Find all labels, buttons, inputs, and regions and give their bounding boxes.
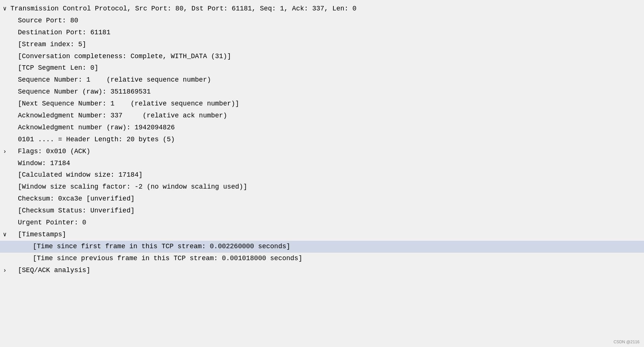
time-since-first-text: [Time since first frame in this TCP stre… xyxy=(33,242,290,252)
field-row-flags[interactable]: ›Flags: 0x010 (ACK) xyxy=(0,146,644,158)
conv-completeness-text: [Conversation completeness: Complete, WI… xyxy=(18,51,231,62)
ack-number-raw-text: Acknowledgment number (raw): 1942094826 xyxy=(18,123,175,133)
field-row-conv-completeness[interactable]: [Conversation completeness: Complete, WI… xyxy=(0,51,644,63)
seq-number-raw-text: Sequence Number (raw): 3511869531 xyxy=(18,87,150,97)
window-scale-text: [Window size scaling factor: -2 (no wind… xyxy=(18,182,247,192)
tcp-title: Transmission Control Protocol, Src Port:… xyxy=(10,4,356,14)
dest-port-text: Destination Port: 61181 xyxy=(18,28,110,38)
seq-number-text: Sequence Number: 1 (relative sequence nu… xyxy=(18,75,211,85)
field-row-seq-number-raw[interactable]: Sequence Number (raw): 3511869531 xyxy=(0,86,644,98)
stream-index-text: [Stream index: 5] xyxy=(18,40,86,50)
field-rows: Source Port: 80Destination Port: 61181[S… xyxy=(0,15,644,277)
tcp-expand-icon[interactable]: ∨ xyxy=(3,4,10,14)
source-port-text: Source Port: 80 xyxy=(18,16,78,26)
flags-expand-icon[interactable]: › xyxy=(3,147,10,157)
next-seq-text: [Next Sequence Number: 1 (relative seque… xyxy=(18,99,239,109)
calc-window-text: [Calculated window size: 17184] xyxy=(18,170,143,180)
field-row-stream-index[interactable]: [Stream index: 5] xyxy=(0,39,644,51)
ack-number-text: Acknowledgment Number: 337 (relative ack… xyxy=(18,111,227,121)
field-row-checksum-status[interactable]: [Checksum Status: Unverified] xyxy=(0,205,644,217)
timestamps-expand-icon[interactable]: ∨ xyxy=(3,230,10,240)
packet-detail-panel: ∨ Transmission Control Protocol, Src Por… xyxy=(0,0,644,279)
field-row-timestamps[interactable]: ∨[Timestamps] xyxy=(0,229,644,241)
field-row-checksum[interactable]: Checksum: 0xca3e [unverified] xyxy=(0,193,644,205)
window-text: Window: 17184 xyxy=(18,158,70,169)
field-row-ack-number-raw[interactable]: Acknowledgment number (raw): 1942094826 xyxy=(0,122,644,134)
field-row-urgent-pointer[interactable]: Urgent Pointer: 0 xyxy=(0,217,644,229)
seq-ack-analysis-expand-icon[interactable]: › xyxy=(3,266,10,275)
field-row-next-seq[interactable]: [Next Sequence Number: 1 (relative seque… xyxy=(0,98,644,110)
field-row-window-scale[interactable]: [Window size scaling factor: -2 (no wind… xyxy=(0,181,644,193)
flags-text: Flags: 0x010 (ACK) xyxy=(18,146,90,157)
watermark-text: CSDN @2116 xyxy=(613,340,640,344)
field-row-header-length[interactable]: 0101 .... = Header Length: 20 bytes (5) xyxy=(0,134,644,146)
seq-ack-analysis-text: [SEQ/ACK analysis] xyxy=(18,265,90,276)
field-row-tcp-seg-len[interactable]: [TCP Segment Len: 0] xyxy=(0,62,644,74)
field-row-seq-number[interactable]: Sequence Number: 1 (relative sequence nu… xyxy=(0,74,644,86)
field-row-source-port[interactable]: Source Port: 80 xyxy=(0,15,644,27)
urgent-pointer-text: Urgent Pointer: 0 xyxy=(18,218,86,228)
field-row-time-since-first[interactable]: [Time since first frame in this TCP stre… xyxy=(0,241,644,253)
field-row-window[interactable]: Window: 17184 xyxy=(0,158,644,170)
field-row-ack-number[interactable]: Acknowledgment Number: 337 (relative ack… xyxy=(0,110,644,122)
field-row-time-since-prev[interactable]: [Time since previous frame in this TCP s… xyxy=(0,253,644,265)
field-row-dest-port[interactable]: Destination Port: 61181 xyxy=(0,27,644,39)
checksum-status-text: [Checksum Status: Unverified] xyxy=(18,206,134,216)
tcp-header-row[interactable]: ∨ Transmission Control Protocol, Src Por… xyxy=(0,3,644,15)
header-length-text: 0101 .... = Header Length: 20 bytes (5) xyxy=(18,135,175,145)
checksum-text: Checksum: 0xca3e [unverified] xyxy=(18,194,134,204)
field-row-seq-ack-analysis[interactable]: ›[SEQ/ACK analysis] xyxy=(0,265,644,277)
timestamps-text: [Timestamps] xyxy=(18,230,66,240)
time-since-prev-text: [Time since previous frame in this TCP s… xyxy=(33,253,302,264)
tcp-seg-len-text: [TCP Segment Len: 0] xyxy=(18,63,98,73)
field-row-calc-window[interactable]: [Calculated window size: 17184] xyxy=(0,169,644,181)
